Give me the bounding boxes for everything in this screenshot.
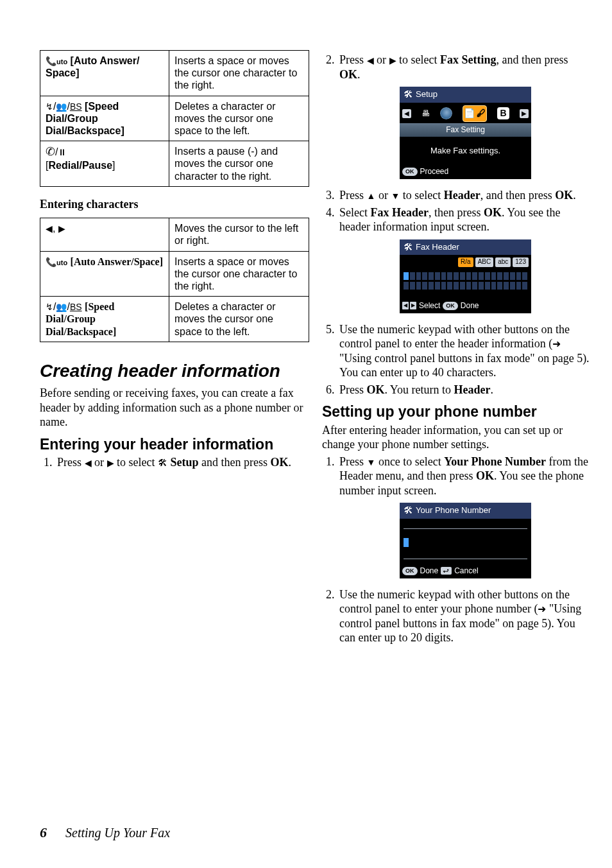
ok-pill-icon: OK (443, 302, 458, 310)
right-step-5: Use the numeric keypad with other button… (337, 322, 591, 380)
auto-answer-space-label-2: [Auto Answer/Space] (71, 256, 163, 267)
ok-pill-icon: OK (402, 567, 418, 575)
wrench-icon (158, 455, 167, 470)
lcd-input-fields (400, 268, 531, 299)
lcd-body: Make Fax settings. (400, 137, 531, 165)
lcd-icon-row: ◀ 🖶 📄 🖋 B ▶ (400, 103, 531, 123)
right-arrow-icon (389, 53, 396, 67)
right-arrow-icon (58, 222, 65, 234)
page-footer: 6 Setting Up Your Fax (40, 824, 170, 842)
table-row: uto [Auto Answer/Space] Inserts a space … (40, 251, 309, 297)
down-arrow-icon (391, 188, 400, 203)
wrench-icon (404, 241, 413, 254)
left-arrow-icon (85, 455, 92, 470)
page-number: 6 (40, 824, 47, 840)
lcd-title-row: Fax Header (400, 239, 531, 256)
backspace-icon: BS (70, 101, 82, 112)
nav-left-icon: ◀ (402, 109, 411, 118)
lcd-fax-header-title: Fax Header (416, 242, 459, 252)
setting-up-phone-number-heading: Setting up your phone number (322, 403, 591, 420)
speed-dial-icon: ↯ (46, 101, 53, 112)
entering-header-info-heading: Entering your header information (40, 436, 309, 453)
table-row: ↯/👥/BS [Speed Dial/Group Dial/Backspace]… (40, 297, 309, 342)
speed-dial-icon: ↯ (46, 302, 53, 312)
speed-dial-backspace-desc: Deletes a character or moves the cursor … (169, 96, 309, 141)
auto-answer-icon (46, 55, 56, 67)
redial-pause-cell: / [Redial/Pause] (40, 141, 169, 187)
key-table-1: uto [Auto Answer/ Space] Inserts a space… (40, 50, 309, 187)
mode-pill-ra: R/a (458, 257, 473, 267)
down-arrow-icon (367, 455, 376, 469)
table-row: ↯/👥/BS [Speed Dial/Group Dial/Backspace]… (40, 96, 309, 141)
speed-dial-backspace-desc-2: Deletes a character or moves the cursor … (169, 297, 309, 342)
right-column: Press or to select Fax Setting, and then… (322, 50, 591, 648)
group-dial-icon: 👥 (56, 302, 67, 312)
redial-icon (46, 145, 55, 159)
wrench-icon (404, 89, 413, 101)
lcd-foot: ◀▶ Select OK Done (400, 299, 531, 313)
link-arrow-icon (552, 336, 561, 351)
left-arrow-icon (367, 53, 374, 67)
speed-dial-backspace-cell-2: ↯/👥/BS [Speed Dial/Group Dial/Backspace] (40, 297, 169, 342)
auto-answer-space-cell: uto [Auto Answer/ Space] (40, 51, 169, 96)
lcd-foot-select: Select (419, 301, 440, 311)
up-arrow-icon (367, 188, 376, 203)
link-arrow-icon (538, 602, 546, 616)
lcd-title-row: Setup (400, 87, 531, 103)
right-step-2: Press or to select Fax Setting, and then… (337, 53, 591, 179)
right-p-step-1: Press once to select Your Phone Number f… (337, 455, 591, 578)
right-p-step-2: Use the numeric keypad with other button… (337, 587, 591, 645)
mode-pill-abc-lower: abc (495, 257, 511, 267)
group-dial-icon: 👥 (56, 101, 67, 112)
auto-answer-space-desc: Inserts a space or moves the cursor one … (169, 51, 309, 96)
fax-settings-icon: 📄 🖋 (463, 105, 487, 122)
right-step-4: Select Fax Header, then press OK. You se… (337, 205, 591, 313)
lcd-foot-cancel: Cancel (454, 566, 478, 576)
left-right-arrow-desc: Moves the cursor to the left or right. (169, 218, 309, 251)
lcd-input-fields (400, 519, 531, 564)
key-table-2: , Moves the cursor to the left or right.… (40, 218, 309, 342)
table-row: , Moves the cursor to the left or right. (40, 218, 309, 251)
redial-pause-desc: Inserts a pause (-) and moves the cursor… (169, 141, 309, 187)
left-column: uto [Auto Answer/ Space] Inserts a space… (40, 50, 309, 648)
pause-icon (58, 146, 67, 158)
right-arrow-icon (107, 455, 114, 470)
lcd-title-row: Your Phone Number (400, 503, 531, 519)
bluetooth-icon: B (497, 107, 509, 119)
left-steps: Press or to select Setup and then press … (40, 455, 309, 470)
table-row: / [Redial/Pause] Inserts a pause (-) and… (40, 141, 309, 187)
table-row: uto [Auto Answer/ Space] Inserts a space… (40, 51, 309, 96)
nav-pair-icon: ◀▶ (402, 302, 416, 309)
auto-answer-icon (46, 256, 56, 268)
lcd-fax-header-screen: Fax Header R/a ABC abc 123 (400, 239, 531, 313)
printer-icon: 🖶 (421, 107, 430, 121)
page: uto [Auto Answer/ Space] Inserts a space… (0, 0, 612, 868)
backspace-icon: BS (70, 302, 82, 312)
back-key-icon: ⮐ (441, 567, 452, 575)
lcd-foot: OK Proceed (400, 165, 531, 179)
lcd-foot-label: Proceed (420, 167, 449, 177)
speed-dial-backspace-cell: ↯/👥/BS [Speed Dial/Group Dial/Backspace] (40, 96, 169, 141)
left-step-1: Press or to select Setup and then press … (55, 455, 309, 470)
auto-answer-space-desc-2: Inserts a space or moves the cursor one … (169, 251, 309, 297)
mode-pill-abc-upper: ABC (475, 257, 494, 267)
right-step-3: Press or to select Header, and then pres… (337, 188, 591, 203)
setting-up-phone-number-para: After entering header information, you c… (322, 423, 591, 452)
ok-pill-icon: OK (402, 168, 418, 176)
left-right-arrow-cell: , (40, 218, 169, 251)
lcd-setup-title: Setup (416, 89, 438, 100)
mode-pill-123: 123 (513, 257, 529, 267)
redial-pause-label: Redial/Pause (48, 160, 112, 171)
left-arrow-icon (46, 222, 53, 234)
cursor-block-icon (404, 272, 409, 280)
lcd-foot: OK Done ⮐ Cancel (400, 564, 531, 578)
lcd-your-phone-number-title: Your Phone Number (416, 505, 491, 516)
auto-answer-space-cell-2: uto [Auto Answer/Space] (40, 251, 169, 297)
right-steps-b: Press once to select Your Phone Number f… (322, 455, 591, 645)
creating-header-info-para: Before sending or receiving faxes, you c… (40, 386, 309, 430)
creating-header-info-heading: Creating header information (40, 361, 309, 381)
right-step-6: Press OK. You return to Header. (337, 383, 591, 397)
nav-right-icon: ▶ (520, 109, 529, 118)
lcd-caption: Fax Setting (400, 123, 531, 137)
globe-icon (440, 107, 452, 119)
